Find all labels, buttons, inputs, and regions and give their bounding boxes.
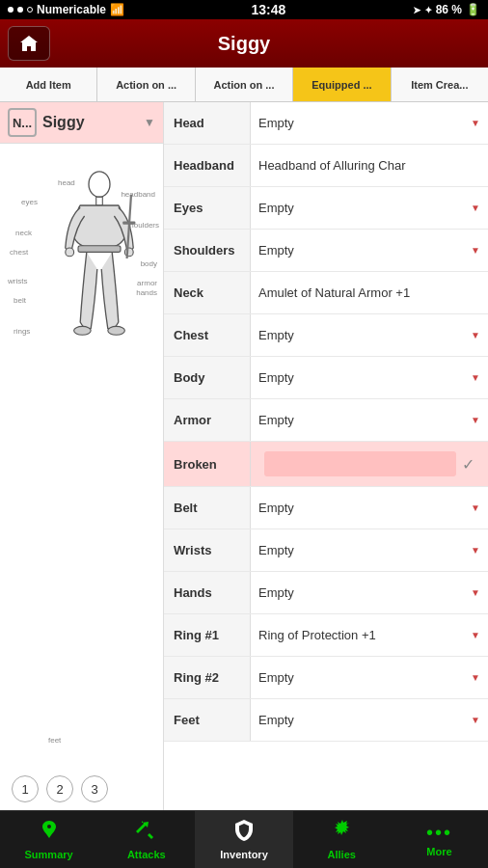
slot-value[interactable]: Empty ▼: [251, 110, 488, 136]
dropdown-arrow: ▼: [471, 372, 480, 383]
carrier-label: Numericable: [37, 3, 106, 16]
broken-checkmark: ✓: [462, 455, 474, 474]
equip-row-broken[interactable]: Broken ✓: [164, 442, 488, 487]
body-label-belt: belt: [14, 296, 26, 305]
dropdown-arrow: ▼: [471, 587, 480, 598]
bottom-nav: Summary Attacks Inventory Allies ••• Mor…: [0, 810, 488, 868]
equip-row-headband[interactable]: Headband Headband of Alluring Char: [164, 145, 488, 187]
body-label-eyes: eyes: [21, 198, 38, 206]
nav-inventory[interactable]: Inventory: [195, 811, 292, 868]
slot-value-text: Empty: [258, 670, 467, 685]
slot-value[interactable]: Empty ▼: [251, 322, 488, 348]
summary-label: Summary: [25, 849, 73, 860]
page-1-button[interactable]: 1: [12, 775, 39, 802]
character-selector[interactable]: N... Siggy ▼: [0, 102, 163, 144]
page-3-button[interactable]: 3: [81, 775, 108, 802]
attacks-icon: [135, 819, 158, 847]
slot-label: Belt: [164, 487, 251, 529]
svg-point-0: [89, 172, 110, 197]
body-label-rings: rings: [14, 327, 30, 336]
dropdown-arrow: ▼: [471, 118, 480, 128]
svg-point-5: [74, 326, 92, 335]
slot-value[interactable]: Empty ▼: [251, 707, 488, 733]
equip-row-neck[interactable]: Neck Amulet of Natural Armor +1: [164, 272, 488, 314]
signal-dot-2: [17, 7, 23, 13]
dropdown-arrow: ▼: [471, 672, 480, 683]
equip-row-ring--1[interactable]: Ring #1 Ring of Protection +1 ▼: [164, 614, 488, 657]
slot-value-text: Empty: [258, 413, 467, 427]
page-2-button[interactable]: 2: [46, 775, 73, 802]
slot-value-text: Empty: [258, 328, 467, 342]
toolbar: Add Item Action on ... Action on ... Equ…: [0, 68, 488, 102]
slot-value-text: Amulet of Natural Armor +1: [258, 285, 480, 300]
character-figure: head eyes headband shoulders neck chest …: [0, 144, 163, 768]
equip-row-wrists[interactable]: Wrists Empty ▼: [164, 529, 488, 572]
summary-icon: [38, 819, 61, 847]
battery-icon: 🔋: [466, 3, 480, 16]
status-right: ➤ ✦ 86 % 🔋: [413, 3, 480, 16]
dropdown-arrow: ▼: [471, 502, 480, 513]
equipped-button[interactable]: Equipped ...: [293, 68, 391, 101]
status-bar: Numericable 📶 13:48 ➤ ✦ 86 % 🔋: [0, 0, 488, 19]
time-label: 13:48: [251, 2, 285, 17]
slot-label: Feet: [164, 699, 251, 741]
equip-row-ring--2[interactable]: Ring #2 Empty ▼: [164, 657, 488, 699]
slot-value[interactable]: Ring of Protection +1 ▼: [251, 622, 488, 648]
dropdown-arrow: ▼: [471, 330, 480, 340]
more-icon: •••: [426, 822, 452, 844]
slot-value[interactable]: Empty ▼: [251, 537, 488, 563]
slot-value[interactable]: Empty ▼: [251, 195, 488, 221]
action-on-2-button[interactable]: Action on ...: [196, 68, 293, 101]
equip-row-head[interactable]: Head Empty ▼: [164, 102, 488, 145]
equipment-panel: Head Empty ▼ Headband Headband of Alluri…: [164, 102, 488, 810]
slot-value-text: Empty: [258, 116, 467, 130]
body-label-wrists: wrists: [8, 277, 27, 285]
nav-more[interactable]: ••• More: [391, 811, 488, 868]
slot-value[interactable]: Headband of Alluring Char: [251, 152, 488, 178]
dropdown-arrow: ▼: [471, 415, 480, 425]
slot-label: Shoulders: [164, 230, 251, 271]
equip-row-feet[interactable]: Feet Empty ▼: [164, 699, 488, 742]
slot-value-text: Empty: [258, 501, 467, 515]
equip-row-eyes[interactable]: Eyes Empty ▼: [164, 187, 488, 230]
slot-value-text: Ring of Protection +1: [258, 628, 467, 642]
home-button[interactable]: [8, 26, 50, 61]
slot-label: Headband: [164, 145, 251, 186]
slot-value[interactable]: Empty ▼: [251, 365, 488, 391]
allies-label: Allies: [328, 849, 356, 860]
slot-label: Wrists: [164, 529, 251, 571]
equip-row-belt[interactable]: Belt Empty ▼: [164, 487, 488, 529]
slot-value[interactable]: Amulet of Natural Armor +1: [251, 280, 488, 306]
broken-input[interactable]: [264, 451, 456, 476]
slot-value-text: Headband of Alluring Char: [258, 158, 480, 173]
page-title: Siggy: [218, 33, 270, 55]
equip-row-hands[interactable]: Hands Empty ▼: [164, 572, 488, 614]
dropdown-arrow: ▼: [471, 545, 480, 556]
signal-dot-3: [27, 7, 33, 13]
nav-attacks[interactable]: Attacks: [97, 811, 195, 868]
slot-value[interactable]: Empty ▼: [251, 237, 488, 263]
item-create-button[interactable]: Item Crea...: [392, 68, 488, 101]
slot-value[interactable]: Empty ▼: [251, 665, 488, 691]
slot-value-text: Empty: [258, 585, 467, 600]
action-on-1-button[interactable]: Action on ...: [97, 68, 195, 101]
equip-row-armor[interactable]: Armor Empty ▼: [164, 399, 488, 442]
slot-value[interactable]: Empty ▼: [251, 407, 488, 433]
pagination: 1 2 3: [0, 768, 163, 810]
nav-allies[interactable]: Allies: [293, 811, 391, 868]
svg-point-6: [108, 326, 125, 335]
slot-label: Head: [164, 102, 251, 144]
equip-row-chest[interactable]: Chest Empty ▼: [164, 314, 488, 357]
equip-row-shoulders[interactable]: Shoulders Empty ▼: [164, 230, 488, 272]
dropdown-arrow: ▼: [471, 203, 480, 213]
add-item-button[interactable]: Add Item: [0, 68, 97, 101]
body-label-chest: chest: [10, 248, 28, 257]
dropdown-arrow: ▼: [471, 630, 480, 640]
nav-summary[interactable]: Summary: [0, 811, 97, 868]
slot-value[interactable]: Empty ▼: [251, 495, 488, 521]
slot-value[interactable]: Empty ▼: [251, 580, 488, 606]
slot-label: Armor: [164, 399, 251, 441]
broken-value[interactable]: ✓: [251, 442, 488, 486]
character-dropdown-arrow: ▼: [144, 116, 155, 129]
equip-row-body[interactable]: Body Empty ▼: [164, 357, 488, 399]
